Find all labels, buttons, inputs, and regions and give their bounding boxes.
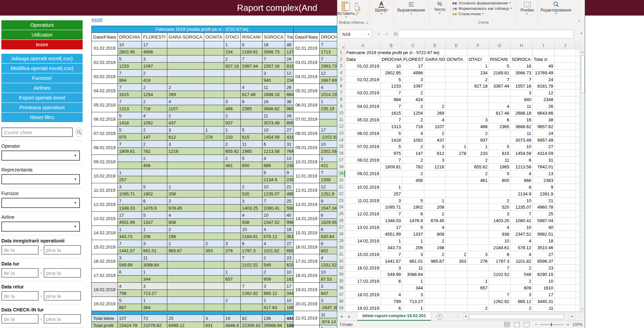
cell[interactable] <box>576 251 580 258</box>
cell[interactable] <box>576 291 580 298</box>
scroll-left-icon[interactable]: ◀ <box>463 313 468 320</box>
cell[interactable] <box>446 117 468 123</box>
cell[interactable] <box>555 271 576 278</box>
cell[interactable]: 12 <box>533 90 555 96</box>
cell[interactable]: 1 <box>402 238 424 244</box>
cell[interactable]: 665.12 <box>511 298 533 305</box>
cell[interactable] <box>555 177 576 184</box>
cell[interactable] <box>424 177 446 184</box>
cell[interactable]: 2 <box>468 157 489 164</box>
cell[interactable]: 1610 <box>533 285 555 291</box>
cell[interactable] <box>424 83 446 90</box>
cell[interactable]: 8 <box>511 184 533 191</box>
cell[interactable]: 1454.59 <box>511 150 533 157</box>
cell[interactable] <box>345 231 381 238</box>
cell[interactable]: 11 <box>533 305 555 312</box>
cell[interactable] <box>489 285 511 291</box>
cells-button[interactable]: Ячейки ▾ <box>517 0 537 15</box>
cell[interactable] <box>576 137 580 144</box>
cell[interactable] <box>555 238 576 244</box>
cell[interactable]: 4 <box>511 170 533 177</box>
row-header-11[interactable]: 11 <box>337 117 345 123</box>
cell[interactable] <box>424 96 446 103</box>
cell[interactable] <box>555 217 576 224</box>
cell[interactable] <box>424 184 446 191</box>
cell[interactable] <box>345 137 381 144</box>
row-header-23[interactable]: 23 <box>337 197 345 204</box>
cell[interactable]: 03.02.2019 <box>345 90 381 96</box>
cell[interactable] <box>345 271 381 278</box>
cell[interactable] <box>446 49 468 56</box>
cell[interactable] <box>576 238 580 244</box>
cell[interactable]: 661.01 <box>402 258 424 265</box>
cell[interactable] <box>446 291 468 298</box>
cell[interactable] <box>424 291 446 298</box>
cell[interactable]: 6596.37 <box>533 258 555 265</box>
cell[interactable]: 3088.64 <box>402 271 424 278</box>
cell[interactable]: 2 <box>424 238 446 244</box>
cell[interactable]: 4314.59 <box>533 150 555 157</box>
cell[interactable]: 2 <box>468 130 489 137</box>
cell[interactable]: 1233 <box>381 83 402 90</box>
cell[interactable]: 666 <box>511 177 533 184</box>
row-header-27[interactable]: 27 <box>337 224 345 231</box>
cancel-icon[interactable]: × <box>378 31 380 37</box>
scroll-up-icon[interactable]: ▲ <box>580 49 585 54</box>
cell[interactable]: 466 <box>468 123 489 130</box>
cell[interactable]: FLORESTI <box>402 56 424 63</box>
cell[interactable]: 1337 <box>402 231 424 238</box>
row-header-22[interactable]: 22 <box>337 191 345 197</box>
row-header-14[interactable]: 14 <box>337 137 345 144</box>
cell[interactable]: 9982.51 <box>533 231 555 238</box>
cell[interactable]: 31 <box>533 157 555 164</box>
cell[interactable] <box>576 204 580 211</box>
cell[interactable]: 3 <box>511 90 533 96</box>
cell[interactable] <box>555 211 576 217</box>
row-header-28[interactable]: 28 <box>337 231 345 238</box>
cell[interactable] <box>555 204 576 211</box>
cell[interactable]: 2391.9 <box>533 191 555 197</box>
cell[interactable]: 782 <box>402 164 424 170</box>
cell[interactable] <box>446 244 468 251</box>
cell[interactable]: Februarie 2019 (media profit pe zi - 572… <box>345 49 381 56</box>
row-header-4[interactable]: 4 <box>337 70 345 76</box>
cell[interactable]: 343.73 <box>381 244 402 251</box>
number-button[interactable]: % Число ▾ <box>429 0 450 15</box>
cell[interactable]: 2383 <box>533 177 555 184</box>
cell[interactable] <box>446 164 468 170</box>
cell[interactable]: 1809.81 <box>381 164 402 170</box>
cell[interactable] <box>468 217 489 224</box>
cell[interactable] <box>468 271 489 278</box>
sidebar-action-button[interactable]: Airlines <box>1 83 83 93</box>
cell[interactable] <box>489 130 511 137</box>
cell[interactable]: 2688.18 <box>511 110 533 117</box>
cell[interactable] <box>576 271 580 278</box>
cell[interactable]: 10 <box>511 197 533 204</box>
cell[interactable] <box>446 110 468 117</box>
cell[interactable] <box>576 170 580 177</box>
cell[interactable]: 4 <box>424 224 446 231</box>
cell[interactable] <box>446 204 468 211</box>
cell[interactable]: 7 <box>381 117 402 123</box>
cell[interactable] <box>555 56 576 63</box>
row-header-21[interactable]: 21 <box>337 184 345 191</box>
cut-icon[interactable]: ✂ <box>355 1 360 6</box>
zoom-slider[interactable] <box>540 324 564 325</box>
cell[interactable]: 23 <box>533 265 555 272</box>
cell[interactable]: 7 <box>381 211 402 217</box>
cell[interactable] <box>446 96 468 103</box>
cell[interactable]: 01.02.2019 <box>345 63 381 70</box>
cell[interactable] <box>555 197 576 204</box>
cell[interactable]: 4 <box>424 117 446 123</box>
cell[interactable]: 6 <box>511 157 533 164</box>
cell[interactable]: 615 <box>489 150 511 157</box>
cell[interactable] <box>468 96 489 103</box>
cell[interactable] <box>468 49 489 56</box>
cell[interactable]: 938 <box>489 231 511 238</box>
cell[interactable]: 1615 <box>381 110 402 117</box>
cell[interactable]: 7 <box>381 157 402 164</box>
font-button[interactable]: А Шрифт ▾ <box>370 0 393 15</box>
cell[interactable] <box>446 265 468 272</box>
cell[interactable] <box>446 285 468 291</box>
cell[interactable]: 657 <box>468 285 489 291</box>
